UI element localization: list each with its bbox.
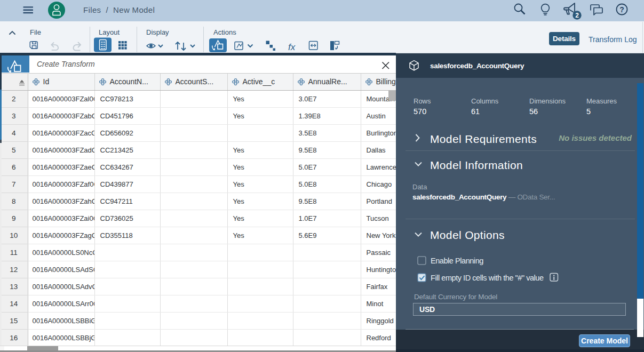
svg-text:fx: fx	[288, 42, 296, 52]
svg-text:2: 2	[575, 12, 579, 19]
svg-text:?: ?	[619, 5, 624, 14]
